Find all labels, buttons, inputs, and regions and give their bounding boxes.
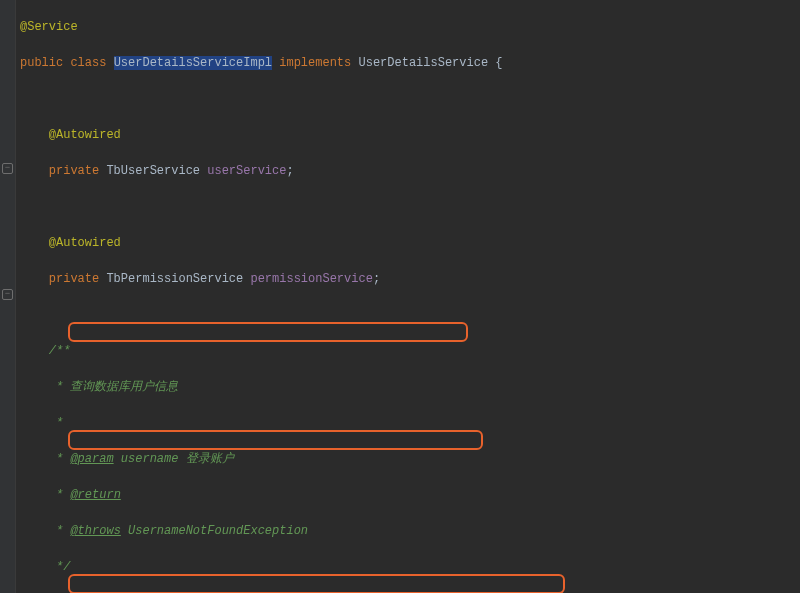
code-line: * @return	[20, 486, 690, 504]
code-editor[interactable]: @Service public class UserDetailsService…	[16, 0, 690, 593]
fold-icon[interactable]: −	[2, 163, 13, 174]
code-line	[20, 90, 690, 108]
code-line: /**	[20, 342, 690, 360]
code-line	[20, 198, 690, 216]
code-line: * 查询数据库用户信息	[20, 378, 690, 396]
code-line: @Autowired	[20, 234, 690, 252]
code-line	[20, 306, 690, 324]
code-line: @Service	[20, 18, 690, 36]
code-line: private TbPermissionService permissionSe…	[20, 270, 690, 288]
code-line: @Autowired	[20, 126, 690, 144]
code-line: * @throws UsernameNotFoundException	[20, 522, 690, 540]
code-line: *	[20, 414, 690, 432]
code-line: public class UserDetailsServiceImpl impl…	[20, 54, 690, 72]
fold-icon[interactable]: −	[2, 289, 13, 300]
code-line: */	[20, 558, 690, 576]
code-line: private TbUserService userService;	[20, 162, 690, 180]
code-line: * @param username 登录账户	[20, 450, 690, 468]
editor-gutter: − −	[0, 0, 16, 593]
